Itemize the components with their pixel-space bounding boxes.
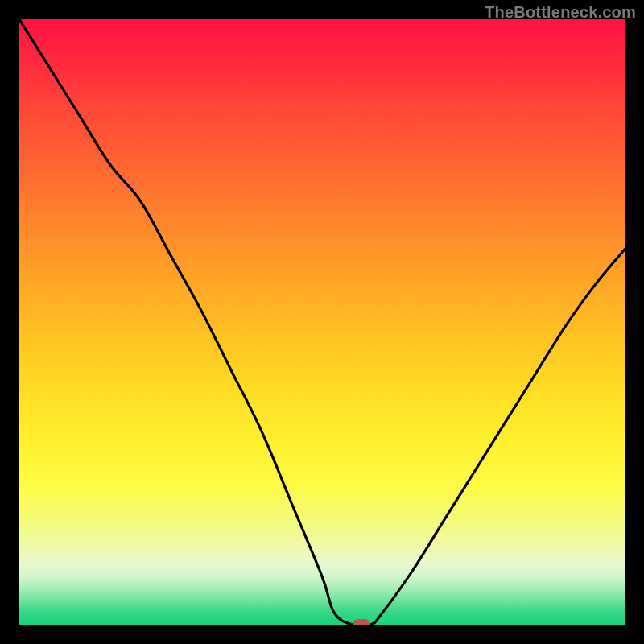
- watermark-text: TheBottleneck.com: [485, 3, 636, 22]
- chart-container: TheBottleneck.com: [0, 0, 644, 644]
- plot-area: [19, 19, 625, 625]
- frame-right: [625, 0, 644, 644]
- bottleneck-curve-line: [19, 19, 625, 625]
- frame-left: [0, 0, 19, 644]
- frame-bottom: [0, 625, 644, 644]
- optimal-point-marker: [353, 619, 370, 625]
